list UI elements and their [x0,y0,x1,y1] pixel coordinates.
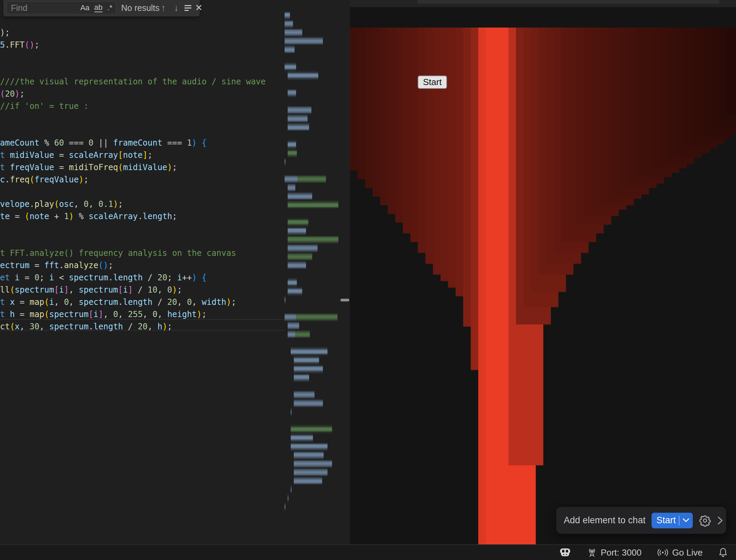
code-line: (20); [0,88,25,100]
find-results-label: No results [121,0,160,16]
editor-scrollbar[interactable] [340,0,350,544]
radio-tower-icon [587,547,597,558]
code-line: t midiValue = scaleArray[note]; [0,149,153,161]
arrow-up-icon: ↑ [161,3,166,13]
find-placeholder: Find [11,3,28,13]
code-line: et i = 0; i < spectrum.length / 20; i++)… [0,271,207,284]
code-line: t x = map(i, 0, spectrum.length / 20, 0,… [0,296,236,308]
copilot-icon [559,547,571,558]
preview-topbar [350,0,736,7]
regex-toggle[interactable]: .* [107,4,112,12]
go-live-button[interactable]: Go Live [655,545,705,560]
match-case-toggle[interactable]: Aa [80,4,90,12]
sash-drag-handle[interactable] [340,299,349,301]
code-line: ////the visual representation of the aud… [0,76,266,88]
status-bar: Port: 3000 Go Live [0,544,736,560]
code-line: ct(x, 30, spectrum.length / 20, h); [0,320,172,333]
code-line: t FFT.analyze() frequency analysis on th… [0,247,236,259]
close-find-button[interactable]: ✕ [193,1,205,14]
element-chat-toolbar: Add element to chat Start [556,507,726,534]
code-line: c.freq(freqValue); [0,174,89,186]
code-line: ll(spectrum[i], spectrum[i] / 10, 0); [0,284,182,296]
chat-start-label: Start [656,515,676,526]
gear-icon [699,514,711,527]
live-server-port-button[interactable]: Port: 3000 [585,545,643,560]
notifications-bell-button[interactable] [716,545,730,560]
arrow-down-icon: ↓ [174,3,179,13]
code-line: velope.play(osc, 0, 0.1); [0,198,123,210]
code-line: t freqValue = midiToFreq(midiValue); [0,161,177,174]
next-match-button[interactable]: ↓ [171,1,182,14]
urlbar-remnant [417,0,719,4]
chevron-right-icon [717,516,723,525]
code-line: 5.FFT(); [0,39,39,51]
code-line: ameCount % 60 === 0 || frameCount === 1)… [0,137,207,149]
chevron-down-icon[interactable] [683,518,689,523]
find-input[interactable]: Find Aa ab .* [6,1,116,14]
add-element-label: Add element to chat [564,515,645,526]
settings-gear-button[interactable] [699,514,711,527]
whole-word-toggle[interactable]: ab [94,4,102,12]
minimap[interactable] [285,0,340,544]
code-line: t h = map(spectrum[i], 0, 255, 0, height… [0,308,207,320]
find-in-selection-icon [185,5,191,11]
broadcast-icon [657,548,669,557]
find-widget: Find Aa ab .* No results ↑ ↓ ✕ [3,0,199,16]
code-line: ); [0,27,10,39]
browser-preview-pane: Start [350,0,736,544]
code-line: te = (note + 1) % scaleArray.length; [0,210,177,223]
editor-code-area[interactable]: );5.FFT();////the visual representation … [0,0,285,544]
close-icon: ✕ [195,2,203,13]
bell-icon [718,547,728,558]
status-bar-right: Port: 3000 Go Live [557,545,730,560]
editor-pane: );5.FFT();////the visual representation … [0,0,350,544]
find-in-selection-button[interactable] [182,1,194,14]
button-divider [679,516,679,525]
code-line: ectrum = fft.analyze(); [0,259,113,271]
copilot-status-button[interactable] [557,545,573,560]
vscode-window: );5.FFT();////the visual representation … [0,0,736,560]
previous-match-button[interactable]: ↑ [158,1,169,14]
find-toggles: Aa ab .* [80,4,112,12]
port-label: Port: 3000 [601,547,641,558]
code-line: //if 'on' = true : [0,100,89,112]
expand-chevron-button[interactable] [717,516,723,525]
fft-visualization-canvas [350,0,736,544]
chat-start-button[interactable]: Start [652,513,693,528]
canvas-start-button[interactable]: Start [418,76,447,89]
go-live-label: Go Live [672,547,703,558]
